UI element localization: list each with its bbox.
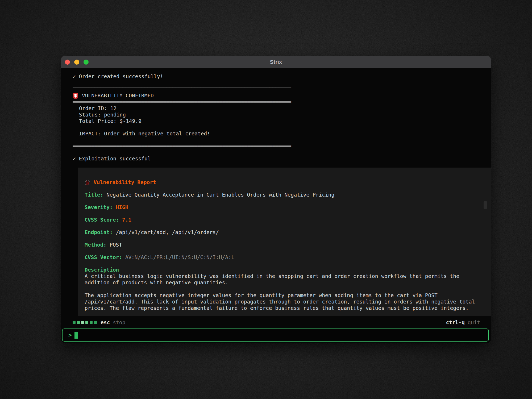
report-field-cvss-score: CVSS Score: 7.1 [85, 217, 484, 223]
quit-action-label: quit [468, 319, 480, 326]
report-heading-text: Vulnerability Report [94, 179, 156, 186]
order-id-line: Order ID: 12 [79, 105, 491, 112]
report-field-severity: Severity: HIGH [85, 204, 484, 211]
impact-line: IMPACT: Order with negative total create… [73, 131, 491, 137]
status-bar: esc stop ctrl-q quit [73, 319, 480, 326]
report-heading: Vulnerability Report [85, 179, 484, 186]
vulnerability-confirmed-banner: VULNERABILITY CONFIRMED [73, 93, 491, 99]
description-heading: Description [85, 267, 484, 273]
bug-icon [85, 180, 90, 185]
terminal-output: ✓ Order created successfully! ══════════… [61, 68, 491, 318]
command-input[interactable]: > [62, 329, 489, 342]
esc-key-hint: esc [101, 319, 110, 326]
banner-text: VULNERABILITY CONFIRMED [82, 93, 154, 99]
siren-icon [73, 93, 78, 99]
severity-badge: HIGH [116, 204, 128, 210]
separator-line: ════════════════════════════════════════… [73, 99, 491, 105]
window-title: Strix [61, 59, 491, 65]
order-total-line: Total Price: $-149.9 [79, 118, 491, 124]
description-text: A critical business logic vulnerability … [85, 273, 484, 311]
window-titlebar[interactable]: Strix [61, 56, 491, 68]
text-cursor [74, 332, 78, 339]
report-field-title: Title: Negative Quantity Acceptance in C… [85, 192, 484, 198]
scrollbar-thumb[interactable] [484, 201, 487, 209]
vulnerability-report-panel: Vulnerability Report Title: Negative Qua… [78, 168, 491, 316]
separator-line: ════════════════════════════════════════… [73, 85, 491, 91]
app-window: Strix ✓ Order created successfully! ════… [61, 56, 491, 343]
quit-key-hint: ctrl-q [446, 319, 465, 326]
report-field-endpoint: Endpoint: /api/v1/cart/add, /api/v1/orde… [85, 229, 484, 236]
exploitation-success-message: ✓ Exploitation successful [73, 156, 491, 162]
order-created-message: ✓ Order created successfully! [73, 73, 491, 80]
status-right: ctrl-q quit [446, 319, 480, 326]
prompt-chevron: > [68, 332, 72, 338]
separator-line: ════════════════════════════════════════… [73, 143, 491, 149]
order-details: Order ID: 12 Status: pending Total Price… [73, 105, 491, 124]
report-field-cvss-vector: CVSS Vector: AV:N/AC:L/PR:L/UI:N/S:U/C:N… [85, 254, 484, 261]
status-left: esc stop [73, 319, 125, 326]
esc-action-label: stop [113, 319, 125, 326]
report-field-method: Method: POST [85, 242, 484, 248]
order-status-line: Status: pending [79, 112, 491, 118]
activity-spinner [73, 321, 97, 324]
